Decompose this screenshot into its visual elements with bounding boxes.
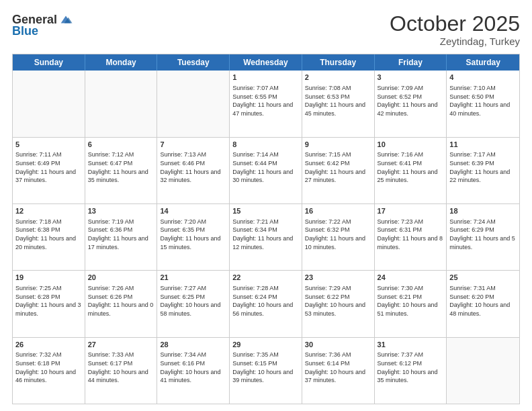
day-number: 19 <box>15 273 82 283</box>
cal-cell: 4Sunrise: 7:10 AM Sunset: 6:50 PM Daylig… <box>447 71 519 136</box>
logo-blue: Blue <box>12 24 38 38</box>
day-number: 21 <box>160 273 226 283</box>
day-number: 4 <box>449 73 517 83</box>
cal-cell: 3Sunrise: 7:09 AM Sunset: 6:52 PM Daylig… <box>375 71 447 136</box>
cal-cell: 18Sunrise: 7:24 AM Sunset: 6:29 PM Dayli… <box>447 204 519 270</box>
cal-cell: 2Sunrise: 7:08 AM Sunset: 6:53 PM Daylig… <box>302 71 375 136</box>
day-number: 26 <box>15 340 82 350</box>
cell-info: Sunrise: 7:37 AM Sunset: 6:12 PM Dayligh… <box>378 351 444 384</box>
day-number: 20 <box>88 273 154 283</box>
day-number: 12 <box>15 206 82 216</box>
logo-icon <box>58 12 73 27</box>
day-number: 29 <box>232 340 299 350</box>
title-block: October 2025 Zeytindag, Turkey <box>390 12 520 47</box>
cell-info: Sunrise: 7:15 AM Sunset: 6:42 PM Dayligh… <box>305 150 371 184</box>
page: General Blue October 2025 Zeytindag, Tur… <box>0 0 532 411</box>
cell-info: Sunrise: 7:26 AM Sunset: 6:26 PM Dayligh… <box>88 284 154 318</box>
cell-info: Sunrise: 7:16 AM Sunset: 6:41 PM Dayligh… <box>378 150 444 184</box>
day-number: 13 <box>88 206 154 216</box>
cell-info: Sunrise: 7:24 AM Sunset: 6:29 PM Dayligh… <box>449 218 517 251</box>
cal-cell: 11Sunrise: 7:17 AM Sunset: 6:39 PM Dayli… <box>447 138 519 203</box>
day-number: 15 <box>232 206 299 216</box>
day-number: 28 <box>160 340 226 350</box>
day-number: 22 <box>232 273 299 283</box>
cal-cell: 30Sunrise: 7:36 AM Sunset: 6:14 PM Dayli… <box>302 338 375 404</box>
cell-info: Sunrise: 7:27 AM Sunset: 6:25 PM Dayligh… <box>160 284 226 318</box>
cal-cell <box>13 71 85 136</box>
cell-info: Sunrise: 7:09 AM Sunset: 6:52 PM Dayligh… <box>378 84 444 118</box>
cell-info: Sunrise: 7:17 AM Sunset: 6:39 PM Dayligh… <box>449 150 517 184</box>
weekday-thursday: Thursday <box>302 54 375 71</box>
header: General Blue October 2025 Zeytindag, Tur… <box>12 12 520 47</box>
day-number: 3 <box>378 73 444 83</box>
cell-info: Sunrise: 7:10 AM Sunset: 6:50 PM Dayligh… <box>449 84 517 118</box>
cal-cell: 12Sunrise: 7:18 AM Sunset: 6:38 PM Dayli… <box>13 204 85 270</box>
cal-cell: 8Sunrise: 7:14 AM Sunset: 6:44 PM Daylig… <box>230 138 302 203</box>
cell-info: Sunrise: 7:34 AM Sunset: 6:16 PM Dayligh… <box>160 351 226 384</box>
cell-info: Sunrise: 7:23 AM Sunset: 6:31 PM Dayligh… <box>378 218 444 251</box>
calendar: Sunday Monday Tuesday Wednesday Thursday… <box>12 54 520 404</box>
cal-cell: 23Sunrise: 7:29 AM Sunset: 6:22 PM Dayli… <box>302 271 375 336</box>
cell-info: Sunrise: 7:25 AM Sunset: 6:28 PM Dayligh… <box>15 284 82 318</box>
cal-cell: 6Sunrise: 7:12 AM Sunset: 6:47 PM Daylig… <box>85 138 158 203</box>
cal-cell: 9Sunrise: 7:15 AM Sunset: 6:42 PM Daylig… <box>302 138 375 203</box>
cal-cell: 17Sunrise: 7:23 AM Sunset: 6:31 PM Dayli… <box>375 204 447 270</box>
cell-info: Sunrise: 7:33 AM Sunset: 6:17 PM Dayligh… <box>88 351 154 384</box>
cell-info: Sunrise: 7:35 AM Sunset: 6:15 PM Dayligh… <box>232 351 299 384</box>
weekday-friday: Friday <box>375 54 447 71</box>
weekday-wednesday: Wednesday <box>230 54 302 71</box>
day-number: 10 <box>378 140 444 150</box>
cell-info: Sunrise: 7:11 AM Sunset: 6:49 PM Dayligh… <box>15 150 82 184</box>
calendar-body: 1Sunrise: 7:07 AM Sunset: 6:55 PM Daylig… <box>13 71 519 404</box>
day-number: 9 <box>305 140 371 150</box>
day-number: 11 <box>449 140 517 150</box>
cell-info: Sunrise: 7:20 AM Sunset: 6:35 PM Dayligh… <box>160 218 226 251</box>
day-number: 25 <box>449 273 517 283</box>
cal-cell <box>85 71 158 136</box>
day-number: 2 <box>305 73 371 83</box>
cell-info: Sunrise: 7:07 AM Sunset: 6:55 PM Dayligh… <box>232 84 299 118</box>
cal-cell: 24Sunrise: 7:30 AM Sunset: 6:21 PM Dayli… <box>375 271 447 336</box>
location-title: Zeytindag, Turkey <box>390 36 520 47</box>
cell-info: Sunrise: 7:22 AM Sunset: 6:32 PM Dayligh… <box>305 218 371 251</box>
day-number: 1 <box>232 73 299 83</box>
cell-info: Sunrise: 7:32 AM Sunset: 6:18 PM Dayligh… <box>15 351 82 384</box>
day-number: 6 <box>88 140 154 150</box>
weekday-monday: Monday <box>85 54 158 71</box>
cal-cell: 5Sunrise: 7:11 AM Sunset: 6:49 PM Daylig… <box>13 138 85 203</box>
cell-info: Sunrise: 7:19 AM Sunset: 6:36 PM Dayligh… <box>88 218 154 251</box>
cal-cell: 21Sunrise: 7:27 AM Sunset: 6:25 PM Dayli… <box>157 271 230 336</box>
day-number: 16 <box>305 206 371 216</box>
cal-cell: 10Sunrise: 7:16 AM Sunset: 6:41 PM Dayli… <box>375 138 447 203</box>
cell-info: Sunrise: 7:29 AM Sunset: 6:22 PM Dayligh… <box>305 284 371 318</box>
cal-cell: 27Sunrise: 7:33 AM Sunset: 6:17 PM Dayli… <box>85 338 158 404</box>
day-number: 8 <box>232 140 299 150</box>
cal-cell: 16Sunrise: 7:22 AM Sunset: 6:32 PM Dayli… <box>302 204 375 270</box>
cal-row-3: 19Sunrise: 7:25 AM Sunset: 6:28 PM Dayli… <box>13 270 519 336</box>
cal-cell: 15Sunrise: 7:21 AM Sunset: 6:34 PM Dayli… <box>230 204 302 270</box>
cal-row-2: 12Sunrise: 7:18 AM Sunset: 6:38 PM Dayli… <box>13 203 519 270</box>
day-number: 17 <box>378 206 444 216</box>
cell-info: Sunrise: 7:14 AM Sunset: 6:44 PM Dayligh… <box>232 150 299 184</box>
cal-cell: 19Sunrise: 7:25 AM Sunset: 6:28 PM Dayli… <box>13 271 85 336</box>
cal-cell: 13Sunrise: 7:19 AM Sunset: 6:36 PM Dayli… <box>85 204 158 270</box>
cell-info: Sunrise: 7:08 AM Sunset: 6:53 PM Dayligh… <box>305 84 371 118</box>
day-number: 30 <box>305 340 371 350</box>
cal-row-0: 1Sunrise: 7:07 AM Sunset: 6:55 PM Daylig… <box>13 71 519 136</box>
cal-cell: 20Sunrise: 7:26 AM Sunset: 6:26 PM Dayli… <box>85 271 158 336</box>
cal-cell <box>157 71 230 136</box>
cell-info: Sunrise: 7:28 AM Sunset: 6:24 PM Dayligh… <box>232 284 299 318</box>
cell-info: Sunrise: 7:31 AM Sunset: 6:20 PM Dayligh… <box>449 284 517 318</box>
cal-cell: 26Sunrise: 7:32 AM Sunset: 6:18 PM Dayli… <box>13 338 85 404</box>
cell-info: Sunrise: 7:18 AM Sunset: 6:38 PM Dayligh… <box>15 218 82 251</box>
cal-row-4: 26Sunrise: 7:32 AM Sunset: 6:18 PM Dayli… <box>13 337 519 404</box>
cal-cell: 14Sunrise: 7:20 AM Sunset: 6:35 PM Dayli… <box>157 204 230 270</box>
day-number: 24 <box>378 273 444 283</box>
day-number: 14 <box>160 206 226 216</box>
cell-info: Sunrise: 7:30 AM Sunset: 6:21 PM Dayligh… <box>378 284 444 318</box>
cal-cell: 28Sunrise: 7:34 AM Sunset: 6:16 PM Dayli… <box>157 338 230 404</box>
logo: General Blue <box>12 12 73 38</box>
weekday-sunday: Sunday <box>13 54 85 71</box>
cal-cell: 31Sunrise: 7:37 AM Sunset: 6:12 PM Dayli… <box>375 338 447 404</box>
day-number: 27 <box>88 340 154 350</box>
